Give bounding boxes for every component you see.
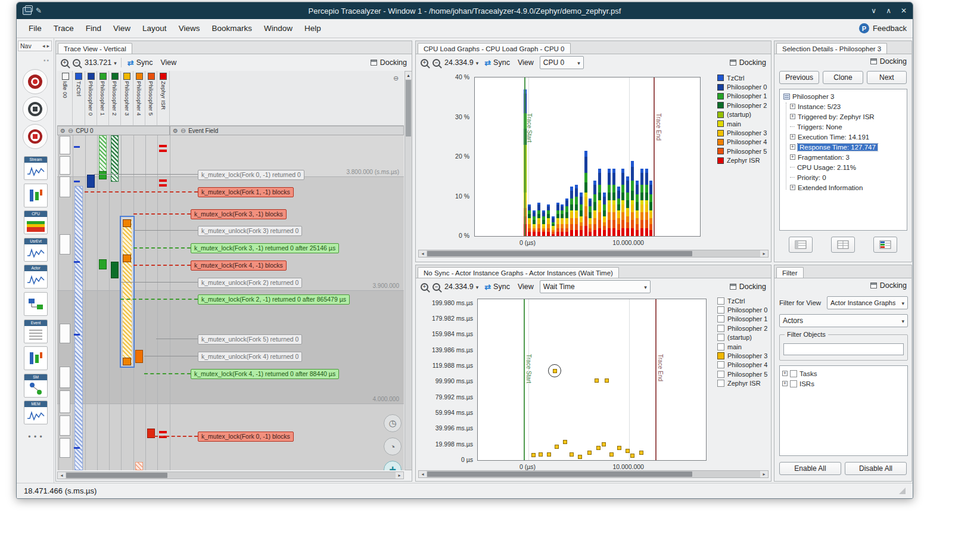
zoom-in-button[interactable] [421, 59, 428, 67]
idle-segment[interactable] [60, 234, 70, 255]
cpu-bar-segment[interactable] [584, 226, 587, 236]
cpu-bar-segment[interactable] [636, 194, 639, 202]
cpu-bar-segment[interactable] [636, 185, 639, 195]
trace-view-menu-button[interactable]: View [158, 57, 178, 68]
cpu-docking-button[interactable]: Docking [730, 58, 766, 67]
cpu-bar-segment[interactable] [556, 203, 559, 204]
cpu-bar-segment[interactable] [575, 188, 578, 196]
cpu-bar-segment[interactable] [608, 169, 611, 173]
trace-zoom-dropdown[interactable]: 313.721 [85, 58, 117, 67]
cpu-bar-segment[interactable] [608, 212, 611, 220]
cpu-bar-segment[interactable] [561, 210, 564, 215]
cpu-bar-segment[interactable] [542, 226, 545, 228]
cpu-bar-segment[interactable] [649, 181, 652, 185]
cpu-horizontal-scrollbar[interactable] [418, 250, 769, 257]
trace-vertical-scrollbar[interactable] [405, 71, 412, 470]
cpu-bar-segment[interactable] [589, 228, 592, 232]
legend-checkbox-item[interactable]: TzCtrl [717, 296, 767, 305]
legend-checkbox-item[interactable]: Philosopher 1 [717, 315, 767, 324]
event-label[interactable]: k_mutex_lock(Fork 4, -1) returned 0 afte… [191, 369, 339, 379]
cpu-bar-segment[interactable] [593, 185, 596, 195]
cpu-bar-segment[interactable] [636, 210, 639, 212]
cpu-bar-segment[interactable] [631, 220, 634, 228]
cpu-bar-segment[interactable] [626, 216, 629, 222]
isr-segment[interactable] [159, 179, 167, 182]
cpu-bar-segment[interactable] [640, 212, 643, 220]
cpu-bar-segment[interactable] [598, 200, 601, 204]
cpu-load-view-button[interactable]: CPU [24, 210, 48, 234]
zoom-out-button[interactable] [73, 59, 80, 67]
isr-segment[interactable] [159, 145, 167, 147]
stop-button[interactable] [23, 97, 48, 122]
legend-checkbox[interactable] [717, 361, 724, 368]
record-button[interactable] [23, 69, 48, 94]
legend-item[interactable]: Philosopher 3 [717, 128, 767, 137]
cpu-bar-segment[interactable] [621, 173, 624, 185]
cpu-bar-segment[interactable] [542, 210, 545, 212]
cpu-bar-segment[interactable] [542, 232, 545, 236]
expand-icon[interactable] [790, 185, 795, 190]
cpu-bar-segment[interactable] [621, 204, 624, 212]
cpu-bar-segment[interactable] [561, 232, 564, 236]
actor-view-menu-button[interactable]: View [516, 281, 536, 292]
scroll-thumb[interactable] [406, 80, 411, 136]
cpu-bar-segment[interactable] [621, 185, 624, 193]
cpu-bar-segment[interactable] [608, 220, 611, 228]
maximize-button[interactable] [886, 7, 891, 15]
cpu-bar-segment[interactable] [649, 218, 652, 224]
cpu-bar-segment[interactable] [640, 204, 643, 212]
cpu-bar-segment[interactable] [626, 228, 629, 236]
cpu-bar-segment[interactable] [580, 193, 583, 197]
cpu-bar-segment[interactable] [636, 230, 639, 236]
cpu-bar-segment[interactable] [621, 220, 624, 228]
cpu-bar-segment[interactable] [608, 193, 611, 200]
cpu-bar-segment[interactable] [580, 210, 583, 216]
idle-segment[interactable] [60, 136, 70, 154]
cpu-column-header[interactable]: CPU 0 [57, 126, 170, 135]
actor-running-segment[interactable] [135, 350, 143, 363]
cpu-bar-segment[interactable] [547, 224, 550, 228]
cpu-bar-segment[interactable] [575, 210, 578, 212]
legend-checkbox[interactable] [717, 343, 724, 350]
cpu-bar-segment[interactable] [528, 218, 531, 220]
cpu-bar-segment[interactable] [547, 218, 550, 220]
cpu-bar-segment[interactable] [631, 181, 634, 191]
cpu-bar-segment[interactable] [640, 220, 643, 228]
menu-file[interactable]: File [23, 21, 48, 36]
statistics-report-button[interactable] [831, 237, 855, 253]
expand-icon[interactable] [790, 144, 795, 150]
wait-time-point[interactable] [595, 378, 599, 383]
filter-checkbox[interactable] [790, 370, 797, 377]
cpu-bar-segment[interactable] [621, 193, 624, 200]
cpu-bar-segment[interactable] [649, 212, 652, 218]
cpu-bar-segment[interactable] [612, 169, 615, 173]
clone-button[interactable]: Clone [823, 71, 863, 84]
details-docking-button[interactable]: Docking [870, 57, 907, 66]
cpu-bar-segment[interactable] [636, 181, 639, 185]
zoom-out-button[interactable] [433, 59, 440, 67]
cpu-bar-segment[interactable] [570, 191, 573, 198]
cpu-bar-segment[interactable] [640, 228, 643, 236]
cpu-bar-segment[interactable] [528, 228, 531, 232]
resize-grip[interactable] [899, 488, 906, 494]
actor-column-philosopher-5[interactable]: Philosopher 5 [145, 71, 157, 125]
cpu-bar-segment[interactable] [570, 210, 573, 212]
gear-icon[interactable] [173, 128, 178, 134]
legend-item[interactable]: Philosopher 1 [717, 92, 767, 101]
zoom-in-button[interactable] [421, 283, 428, 291]
wait-time-point[interactable] [596, 446, 601, 450]
cpu-bar-segment[interactable] [584, 182, 587, 193]
cpu-bar-segment[interactable] [617, 230, 620, 236]
legend-item[interactable]: Philosopher 4 [717, 138, 767, 147]
cpu-bar-segment[interactable] [626, 193, 629, 200]
cpu-bar-segment[interactable] [584, 173, 587, 183]
tree-item[interactable]: CPU Usage: 2.11% [790, 162, 907, 172]
disable-all-button[interactable]: Disable All [845, 462, 907, 475]
event-label[interactable]: k_mutex_unlock(Fork 4) returned 0 [198, 352, 302, 362]
actor-instance-chart[interactable]: Trace StartTrace End [477, 299, 707, 461]
cpu-bar-segment[interactable] [575, 224, 578, 230]
cpu-bar-segment[interactable] [537, 232, 540, 236]
cpu-bar-segment[interactable] [584, 206, 587, 216]
cpu-bar-segment[interactable] [649, 230, 652, 236]
scroll-thumb[interactable] [427, 471, 692, 477]
